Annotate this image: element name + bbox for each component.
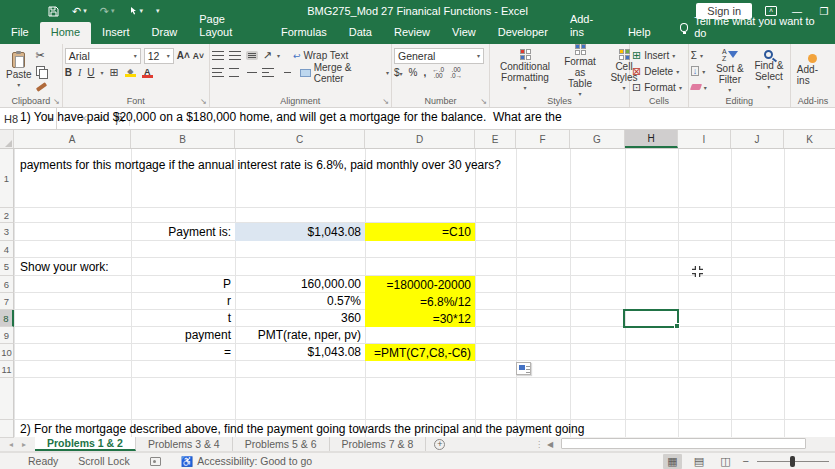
column-header-j[interactable]: J: [731, 130, 784, 148]
column-header-i[interactable]: I: [678, 130, 731, 148]
sheet-scroll-right-icon[interactable]: ▸: [22, 440, 26, 449]
format-cells-button[interactable]: ⊡Format▾: [632, 80, 682, 94]
column-header-h[interactable]: H: [625, 130, 678, 148]
row-1[interactable]: 1 1) You have paid $20,000 on a $180,000…: [0, 149, 835, 208]
menu-tab-view[interactable]: View: [441, 22, 487, 44]
row-header-1[interactable]: 1: [0, 149, 14, 208]
menu-tab-developer[interactable]: Developer: [487, 22, 559, 44]
row-header-9[interactable]: 9: [0, 327, 14, 344]
cell-b6[interactable]: P: [131, 276, 235, 292]
clear-button[interactable]: ▾: [691, 80, 710, 94]
menu-tab-data[interactable]: Data: [338, 22, 383, 44]
tab-splitter-handle[interactable]: ⋮: [535, 440, 543, 449]
row-header-8[interactable]: 8: [0, 310, 14, 327]
number-format-select[interactable]: General▾: [394, 48, 484, 64]
cell-c3[interactable]: $1,043.08: [235, 223, 365, 241]
cell-b10[interactable]: =: [131, 344, 235, 360]
view-page-break-button[interactable]: ◫: [716, 454, 734, 469]
menu-tab-addins[interactable]: Add-ins: [559, 9, 617, 44]
cell-c10[interactable]: $1,043.08: [235, 344, 365, 360]
row-header-5[interactable]: 5: [0, 258, 14, 276]
cell-d8[interactable]: =30*12: [365, 310, 475, 327]
cell-d10[interactable]: =PMT(C7,C8,-C6): [365, 344, 475, 361]
menu-tab-insert[interactable]: Insert: [91, 22, 141, 44]
accessibility-status[interactable]: ♿ Accessibility: Good to go: [181, 455, 312, 467]
sheet-tab-problems-3-4[interactable]: Problems 3 & 4: [136, 437, 233, 451]
sheet-tab-problems-5-6[interactable]: Problems 5 & 6: [233, 437, 330, 451]
menu-tab-file[interactable]: File: [0, 22, 40, 44]
row-header-13[interactable]: [0, 420, 14, 438]
view-page-layout-button[interactable]: ▤: [690, 454, 708, 469]
autosum-button[interactable]: Σ▾: [691, 48, 710, 62]
menu-tab-draw[interactable]: Draw: [141, 22, 189, 44]
row-header-4[interactable]: 4: [0, 241, 14, 258]
row-3[interactable]: 3 Payment is: $1,043.08 =C10: [0, 223, 835, 241]
font-name-select[interactable]: Arial▾: [65, 48, 141, 64]
scroll-lock-indicator[interactable]: Scroll Lock: [78, 455, 129, 467]
cell-a13[interactable]: 2) For the mortgage described above, fin…: [14, 420, 584, 437]
cell-b9[interactable]: payment: [131, 327, 235, 343]
format-as-table-button[interactable]: Format as Table ▾: [558, 46, 602, 94]
cell-b7[interactable]: r: [131, 293, 235, 309]
menu-tab-formulas[interactable]: Formulas: [270, 22, 338, 44]
cell-d3[interactable]: =C10: [365, 223, 475, 241]
row-header-3[interactable]: 3: [0, 223, 14, 241]
sheet-tab-problems-1-2[interactable]: Problems 1 & 2: [35, 437, 136, 451]
align-middle-button[interactable]: [229, 51, 241, 60]
row-6[interactable]: 6 P 160,000.00 =180000-20000: [0, 276, 835, 293]
fill-button[interactable]: ↓▾: [691, 64, 710, 78]
find-select-button[interactable]: Find & Select ▾: [750, 46, 788, 94]
wrap-text-button[interactable]: ↩ Wrap Text: [293, 50, 348, 61]
fill-color-button[interactable]: ◆: [125, 68, 136, 77]
align-top-button[interactable]: [212, 51, 224, 60]
decrease-indent-button[interactable]: [262, 68, 274, 77]
tell-me-box[interactable]: Tell me what you want to do: [670, 11, 835, 44]
row-8[interactable]: 8 t 360 =30*12: [0, 310, 835, 327]
scroll-left-button[interactable]: ◀: [543, 440, 557, 449]
cell-a1[interactable]: 1) You have paid $20,000 on a $180,000 h…: [20, 77, 562, 205]
sheet-tab-problems-7-8[interactable]: Problems 7 & 8: [330, 437, 427, 451]
cut-button[interactable]: ✂: [36, 49, 45, 62]
cell-c8[interactable]: 360: [235, 310, 365, 326]
orientation-button[interactable]: ↗: [263, 49, 272, 62]
cell-b8[interactable]: t: [131, 310, 235, 326]
row-2[interactable]: 2: [0, 208, 835, 223]
column-header-k[interactable]: K: [784, 130, 835, 148]
increase-font-size-button[interactable]: A˄: [177, 50, 190, 61]
cell-a5[interactable]: Show your work:: [14, 258, 109, 275]
cell-d7[interactable]: =6.8%/12: [365, 293, 475, 310]
macro-record-button[interactable]: [150, 457, 161, 466]
cell-b3[interactable]: Payment is:: [131, 223, 235, 240]
zoom-out-button[interactable]: −: [743, 455, 749, 467]
zoom-slider-handle[interactable]: [790, 456, 795, 467]
menu-tab-page-layout[interactable]: Page Layout: [188, 9, 270, 44]
row-header-11[interactable]: 11: [0, 361, 14, 378]
align-right-button[interactable]: [245, 68, 257, 77]
cell-c6[interactable]: 160,000.00: [235, 276, 365, 292]
paste-options-button[interactable]: [516, 362, 531, 375]
row-header-2[interactable]: 2: [0, 208, 14, 223]
copy-button[interactable]: [36, 66, 46, 77]
align-left-button[interactable]: [212, 68, 224, 77]
menu-tab-help[interactable]: Help: [617, 22, 662, 44]
row-13[interactable]: 2) For the mortgage described above, fin…: [0, 420, 835, 437]
cell-d6[interactable]: =180000-20000: [365, 276, 475, 293]
row-9[interactable]: 9 payment PMT(rate, nper, pv): [0, 327, 835, 344]
row-header-6[interactable]: 6: [0, 276, 14, 293]
selected-cell-h8[interactable]: [623, 309, 679, 328]
align-bottom-button[interactable]: [246, 51, 258, 60]
row-4[interactable]: 4: [0, 241, 835, 258]
sheet-scroll-left-icon[interactable]: ◂: [9, 440, 13, 449]
increase-indent-button[interactable]: [279, 68, 291, 77]
insert-cells-button[interactable]: ⊞Insert▾: [632, 48, 682, 62]
cell-c9[interactable]: PMT(rate, nper, pv): [235, 327, 365, 343]
cell-c7[interactable]: 0.57%: [235, 293, 365, 309]
menu-tab-review[interactable]: Review: [383, 22, 441, 44]
column-header-g[interactable]: G: [570, 130, 625, 148]
sort-filter-button[interactable]: AZ Sort & Filter ▾: [710, 46, 750, 94]
decrease-font-size-button[interactable]: A˅: [193, 51, 204, 61]
scrollbar-thumb[interactable]: [561, 438, 806, 449]
row-11[interactable]: 11: [0, 361, 835, 378]
row-12[interactable]: [0, 378, 835, 420]
view-normal-button[interactable]: ▦: [663, 454, 681, 469]
